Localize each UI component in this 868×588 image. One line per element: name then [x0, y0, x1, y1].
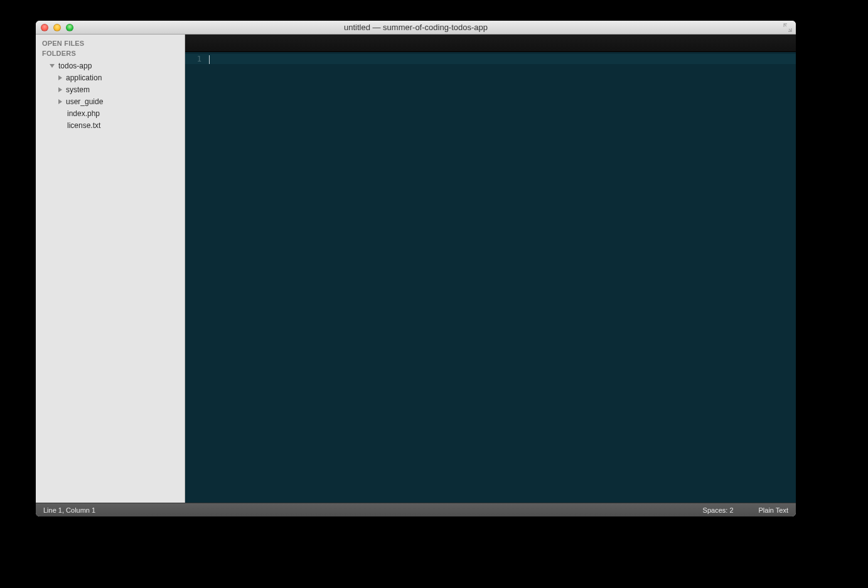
tree-item-label: todos-app — [58, 61, 92, 70]
folder-application[interactable]: application — [36, 72, 185, 83]
window-title: untitled — summer-of-coding-todos-app — [36, 23, 796, 32]
folder-root-todos-app[interactable]: todos-app — [36, 60, 185, 72]
folder-system[interactable]: system — [36, 83, 185, 95]
open-files-header[interactable]: OPEN FILES — [36, 38, 185, 48]
window-body: OPEN FILES FOLDERS todos-app application… — [36, 35, 796, 503]
chevron-right-icon — [58, 87, 62, 92]
folder-tree: todos-app application system user_guide … — [36, 58, 185, 131]
status-syntax[interactable]: Plain Text — [759, 506, 789, 514]
chevron-right-icon — [58, 99, 62, 104]
tree-item-label: license.txt — [67, 121, 100, 130]
code-content[interactable] — [208, 52, 796, 503]
statusbar: Line 1, Column 1 Spaces: 2 Plain Text — [36, 503, 796, 516]
tree-item-label: user_guide — [66, 97, 103, 106]
file-license-txt[interactable]: license.txt — [36, 119, 185, 131]
tree-item-label: index.php — [67, 109, 100, 118]
sidebar: OPEN FILES FOLDERS todos-app application… — [36, 35, 185, 503]
spacer-icon — [58, 123, 63, 128]
text-cursor-icon — [209, 55, 210, 64]
minimize-window-button[interactable] — [53, 24, 61, 31]
editor-area: 1 — [185, 35, 796, 503]
tree-item-label: system — [66, 85, 90, 94]
titlebar[interactable]: untitled — summer-of-coding-todos-app — [36, 21, 796, 35]
tree-item-label: application — [66, 73, 102, 82]
gutter: 1 — [185, 52, 208, 503]
zoom-window-button[interactable] — [66, 24, 73, 31]
spacer-icon — [58, 111, 63, 116]
editor-window: untitled — summer-of-coding-todos-app OP… — [36, 21, 796, 516]
close-window-button[interactable] — [41, 24, 48, 31]
traffic-lights — [36, 24, 73, 31]
fullscreen-icon[interactable] — [783, 23, 792, 32]
file-index-php[interactable]: index.php — [36, 107, 185, 119]
folders-header[interactable]: FOLDERS — [36, 48, 185, 58]
status-position[interactable]: Line 1, Column 1 — [43, 506, 95, 514]
status-indentation[interactable]: Spaces: 2 — [703, 506, 734, 514]
chevron-down-icon — [50, 64, 55, 68]
tab-bar[interactable] — [185, 35, 796, 52]
editor-body[interactable]: 1 — [185, 52, 796, 503]
code-line-1[interactable] — [208, 54, 796, 64]
chevron-right-icon — [58, 75, 62, 80]
line-number: 1 — [185, 54, 208, 64]
folder-user-guide[interactable]: user_guide — [36, 95, 185, 107]
